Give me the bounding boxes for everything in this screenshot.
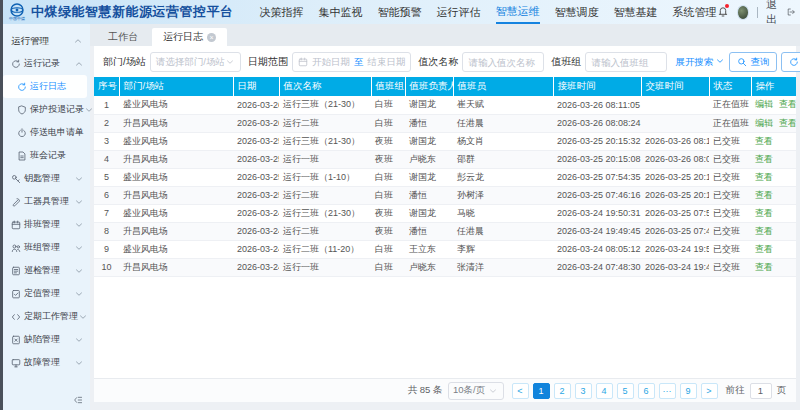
page-button-1[interactable]: 1	[533, 383, 550, 399]
expand-search-link[interactable]: 展开搜索	[675, 56, 725, 69]
nav-item-smart-warning[interactable]: 智能预警	[378, 0, 422, 24]
edit-link[interactable]: 编辑	[755, 99, 773, 109]
cell-actions: 查看	[751, 168, 796, 186]
view-link[interactable]: 查看	[755, 190, 773, 200]
view-link[interactable]: 查看	[755, 262, 773, 272]
cell-actions: 查看	[751, 204, 796, 222]
notification-bell-icon[interactable]	[717, 5, 729, 19]
reset-button[interactable]: 重置	[781, 52, 800, 72]
page-ellipsis[interactable]: ···	[659, 383, 676, 399]
table-row: 7盛业风电场2026-03-24运行三班（21-30）夜班谢国龙马晓2026-0…	[94, 204, 796, 222]
periodic-work-management-icon	[11, 312, 21, 322]
cell-leader: 谢国龙	[405, 168, 453, 186]
view-link[interactable]: 查看	[755, 154, 773, 164]
date-range-label: 日期范围	[248, 55, 288, 69]
sidebar-collapse-icon[interactable]	[73, 395, 83, 407]
chevron-down-icon	[488, 386, 498, 396]
department-select[interactable]: 请选择部门/场站	[150, 52, 241, 72]
sidebar-item-periodic-work-management[interactable]: 定期工作管理	[0, 305, 90, 328]
view-link[interactable]: 查看	[755, 172, 773, 182]
cell-handover: 2026-03-26 08:11:05	[641, 132, 709, 150]
cell-date: 2026-03-26	[233, 114, 279, 132]
chevron-down-icon	[74, 266, 84, 276]
view-link[interactable]: 查看	[755, 244, 773, 254]
chevron-down-icon	[74, 197, 84, 207]
search-button[interactable]: 查询	[729, 52, 777, 72]
next-page-button[interactable]: >	[701, 383, 718, 399]
page-button-9[interactable]: 9	[680, 383, 697, 399]
view-link[interactable]: 查看	[755, 208, 773, 218]
sidebar-item-fault-management[interactable]: 故障管理	[0, 351, 90, 374]
content-panel: 部门/场站 请选择部门/场站 日期范围 开始日期 至 结束日期 值次名称 值班组…	[94, 46, 796, 402]
prev-page-button[interactable]: <	[512, 383, 529, 399]
page-button-5[interactable]: 5	[617, 383, 634, 399]
sidebar-item-power-outage-request[interactable]: 停送电申请单	[0, 121, 90, 144]
cell-actions: 查看	[751, 186, 796, 204]
date-range-picker[interactable]: 开始日期 至 结束日期	[292, 52, 412, 72]
sidebar-item-key-management[interactable]: 钥匙管理	[0, 167, 90, 190]
tab-workbench[interactable]: 工作台	[97, 28, 149, 46]
exit-icon	[787, 7, 795, 17]
cell-station: 升昌风电场	[119, 114, 233, 132]
sidebar-item-operation-record[interactable]: 运行记录	[0, 52, 90, 75]
key-management-icon	[11, 174, 21, 184]
sidebar-item-tool-management[interactable]: 工器具管理	[0, 190, 90, 213]
filter-bar: 部门/场站 请选择部门/场站 日期范围 开始日期 至 结束日期 值次名称 值班组…	[94, 46, 796, 77]
nav-item-smart-dispatch[interactable]: 智慧调度	[555, 0, 599, 24]
table-row: 10升昌风电场2026-03-24运行一班白班卢晓东张清洋2026-03-24 …	[94, 258, 796, 276]
page-size-select[interactable]: 10条/页	[448, 382, 504, 400]
edit-link[interactable]: 编辑	[755, 118, 773, 128]
sidebar-section-operation-management[interactable]: 运行管理	[0, 30, 90, 52]
cell-actions: 查看	[751, 222, 796, 240]
cell-leader: 王立东	[405, 240, 453, 258]
app-title: 中煤绿能智慧新能源运营管控平台	[31, 3, 234, 21]
table-row: 8升昌风电场2026-03-24运行二班夜班潘恒任港晨2026-03-24 19…	[94, 222, 796, 240]
goto-page-input[interactable]	[750, 383, 772, 399]
chevron-down-icon	[74, 243, 84, 253]
cell-status: 已交班	[709, 186, 751, 204]
cell-handover	[641, 96, 709, 114]
nav-item-decision-command[interactable]: 决策指挥	[260, 0, 304, 24]
date-separator: 至	[354, 56, 364, 69]
page-button-2[interactable]: 2	[554, 383, 571, 399]
page-button-4[interactable]: 4	[596, 383, 613, 399]
view-link[interactable]: 查看	[779, 99, 796, 109]
user-avatar[interactable]	[737, 5, 750, 20]
chevron-down-icon	[74, 358, 84, 368]
column-header: 值次名称	[279, 77, 371, 96]
view-link[interactable]: 查看	[755, 136, 773, 146]
cell-date: 2026-03-24	[233, 222, 279, 240]
tab-operation-log[interactable]: 运行日志 ×	[152, 28, 227, 46]
sidebar-item-operation-log[interactable]: 运行日志	[3, 75, 87, 98]
sidebar-item-defect-management[interactable]: 缺陷管理	[0, 328, 90, 351]
shift-name-input[interactable]	[462, 52, 544, 72]
cell-takeover: 2026-03-24 19:49:45	[553, 222, 641, 240]
nav-item-central-monitor[interactable]: 集中监视	[319, 0, 363, 24]
cell-date: 2026-03-25	[233, 168, 279, 186]
sidebar-item-shift-scheduling[interactable]: 排班管理	[0, 213, 90, 236]
logout-button[interactable]: 退出	[766, 0, 795, 27]
cell-station: 盛业风电场	[119, 240, 233, 258]
sidebar-item-shift-meeting-record[interactable]: 班会记录	[0, 144, 90, 167]
view-link[interactable]: 查看	[779, 118, 796, 128]
cell-shift: 运行二班	[279, 222, 371, 240]
nav-item-operation-evaluation[interactable]: 运行评估	[437, 0, 481, 24]
nav-item-system-management[interactable]: 系统管理	[673, 0, 717, 24]
page-button-6[interactable]: 6	[638, 383, 655, 399]
close-icon[interactable]: ×	[207, 33, 216, 42]
sidebar-item-setting-value-management[interactable]: 定值管理	[0, 282, 90, 305]
table-row: 4升昌风电场2026-03-25运行一班夜班卢晓东邵群2026-03-25 20…	[94, 150, 796, 168]
cell-handover	[641, 114, 709, 132]
sidebar-item-team-management[interactable]: 班组管理	[0, 236, 90, 259]
view-link[interactable]: 查看	[755, 226, 773, 236]
nav-item-smart-ops[interactable]: 智慧运维	[496, 0, 540, 24]
page-button-3[interactable]: 3	[575, 383, 592, 399]
column-header: 状态	[709, 77, 751, 96]
sidebar-item-inspection-management[interactable]: 巡检管理	[0, 259, 90, 282]
table-row: 6升昌风电场2026-03-25运行二班白班潘恒孙树泽2026-03-25 07…	[94, 186, 796, 204]
duty-group-input[interactable]	[585, 52, 667, 72]
cell-takeover: 2026-03-24 07:48:30	[553, 258, 641, 276]
chevron-down-icon	[74, 220, 84, 230]
sidebar-item-protection-switch-record[interactable]: 保护投退记录	[0, 98, 90, 121]
nav-item-smart-infrastructure[interactable]: 智慧基建	[614, 0, 658, 24]
